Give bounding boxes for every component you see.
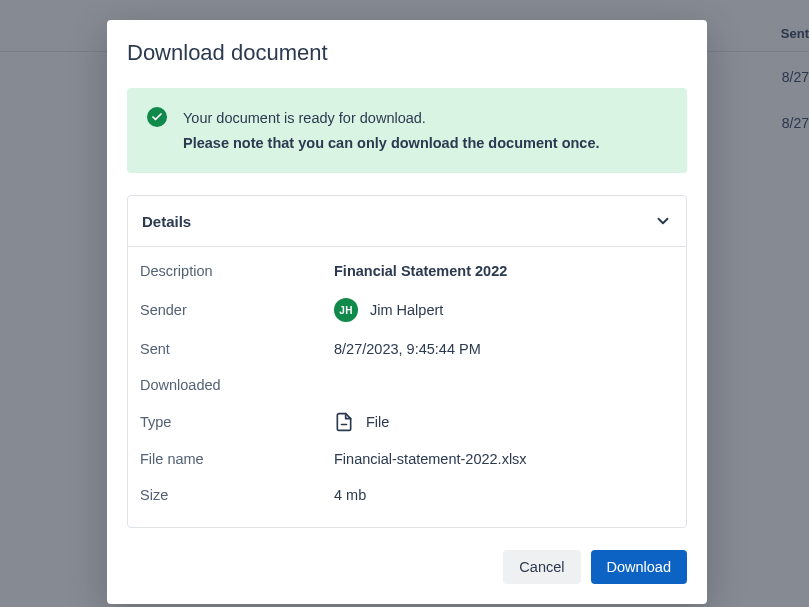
label-type: Type bbox=[140, 414, 334, 430]
cancel-button[interactable]: Cancel bbox=[503, 550, 580, 584]
label-sent: Sent bbox=[140, 341, 334, 357]
label-size: Size bbox=[140, 487, 334, 503]
detail-row-downloaded: Downloaded bbox=[140, 367, 674, 403]
value-sent: 8/27/2023, 9:45:44 PM bbox=[334, 341, 481, 357]
chevron-down-icon bbox=[654, 212, 672, 230]
detail-row-sender: Sender JH Jim Halpert bbox=[140, 289, 674, 331]
alert-note-text: Please note that you can only download t… bbox=[183, 131, 600, 156]
type-text: File bbox=[366, 414, 389, 430]
detail-row-type: Type File bbox=[140, 403, 674, 441]
details-header-label: Details bbox=[142, 213, 191, 230]
value-size: 4 mb bbox=[334, 487, 366, 503]
details-panel: Details Description Financial Statement … bbox=[127, 195, 687, 528]
value-filename: Financial-statement-2022.xlsx bbox=[334, 451, 527, 467]
detail-row-description: Description Financial Statement 2022 bbox=[140, 253, 674, 289]
modal-title: Download document bbox=[127, 40, 687, 66]
detail-row-size: Size 4 mb bbox=[140, 477, 674, 513]
alert-ready-text: Your document is ready for download. bbox=[183, 106, 600, 131]
detail-row-sent: Sent 8/27/2023, 9:45:44 PM bbox=[140, 331, 674, 367]
value-sender: JH Jim Halpert bbox=[334, 298, 443, 322]
file-icon bbox=[334, 412, 354, 432]
download-document-modal: Download document Your document is ready… bbox=[107, 20, 707, 604]
avatar: JH bbox=[334, 298, 358, 322]
label-downloaded: Downloaded bbox=[140, 377, 334, 393]
sender-name: Jim Halpert bbox=[370, 302, 443, 318]
details-body: Description Financial Statement 2022 Sen… bbox=[128, 246, 686, 527]
alert-body: Your document is ready for download. Ple… bbox=[183, 106, 600, 155]
success-alert: Your document is ready for download. Ple… bbox=[127, 88, 687, 173]
label-description: Description bbox=[140, 263, 334, 279]
details-toggle[interactable]: Details bbox=[128, 196, 686, 246]
download-button[interactable]: Download bbox=[591, 550, 688, 584]
modal-footer: Cancel Download bbox=[127, 550, 687, 584]
value-type: File bbox=[334, 412, 389, 432]
label-sender: Sender bbox=[140, 302, 334, 318]
label-filename: File name bbox=[140, 451, 334, 467]
detail-row-filename: File name Financial-statement-2022.xlsx bbox=[140, 441, 674, 477]
value-description: Financial Statement 2022 bbox=[334, 263, 507, 279]
check-circle-icon bbox=[147, 107, 167, 127]
